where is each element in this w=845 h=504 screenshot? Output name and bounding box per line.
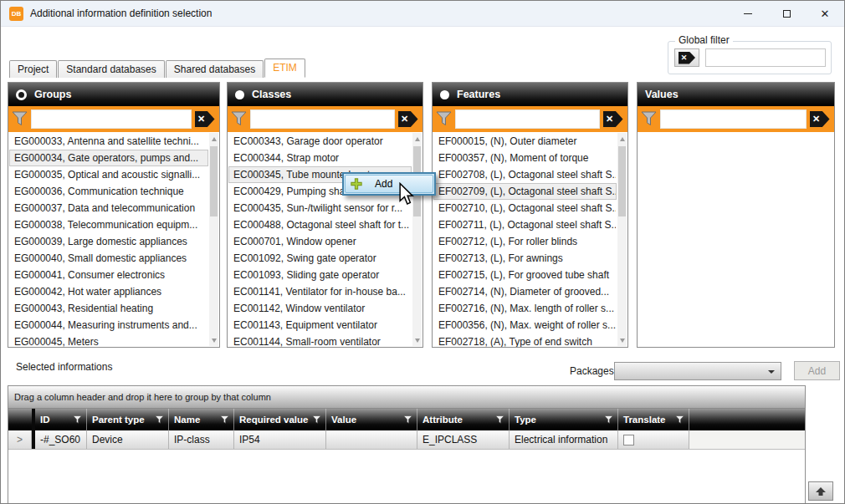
list-item[interactable]: EC001143, Equipment ventilator	[228, 317, 412, 333]
values-filter-input[interactable]	[660, 109, 807, 129]
scrollbar-thumb[interactable]	[618, 146, 626, 216]
column-filter-icon[interactable]	[403, 415, 412, 424]
list-item[interactable]: EG000036, Communication technique	[9, 183, 208, 200]
list-item[interactable]: EG000038, Telecommunication equipm...	[9, 216, 208, 233]
column-filter-icon[interactable]	[604, 415, 613, 424]
list-item[interactable]: EC000344, Strap motor	[228, 150, 412, 166]
features-filter-clear-button[interactable]: ✕	[602, 110, 624, 128]
minimize-button[interactable]	[729, 1, 767, 27]
cell-parent-type[interactable]: Device	[87, 430, 169, 449]
list-item[interactable]: EF002709, (L), Octagonal steel shaft S..…	[433, 183, 617, 200]
grid-group-by-bar[interactable]: Drag a column header and drop it here to…	[8, 386, 805, 409]
column-header-value[interactable]: Value	[326, 409, 417, 430]
column-header-type[interactable]: Type	[510, 409, 618, 430]
list-item[interactable]: EC000701, Window opener	[228, 233, 412, 250]
list-item[interactable]: EF002715, (L), For grooved tube shaft	[433, 267, 617, 283]
packages-combobox[interactable]	[614, 362, 781, 380]
column-header-translate[interactable]: Translate	[618, 409, 689, 430]
groups-scrollbar[interactable]	[209, 133, 218, 346]
scroll-up-icon[interactable]	[412, 133, 422, 145]
scroll-down-icon[interactable]	[617, 334, 627, 346]
list-item[interactable]: EG000037, Data and telecommunication	[9, 200, 208, 216]
cell-attribute[interactable]: E_IPCLASS	[417, 430, 510, 449]
groups-filter-input[interactable]	[31, 109, 192, 129]
list-item[interactable]: EC001142, Window ventilator	[228, 300, 412, 317]
list-item[interactable]: EG000042, Hot water appliances	[9, 283, 208, 300]
radio-unchecked-icon[interactable]	[16, 89, 27, 100]
list-item[interactable]: EC001141, Ventilator for in-house ba...	[228, 283, 412, 300]
groups-panel-header[interactable]: Groups	[8, 83, 219, 106]
list-item[interactable]: EG000040, Small domestic appliances	[9, 250, 208, 267]
list-item[interactable]: EG000034, Gate operators, pumps and...	[9, 150, 208, 166]
features-panel-header[interactable]: Features	[433, 83, 627, 106]
scrollbar-thumb[interactable]	[210, 146, 218, 216]
list-item[interactable]: EC001144, Small-room ventilator	[228, 333, 412, 347]
features-filter-input[interactable]	[455, 109, 600, 129]
list-item[interactable]: EG000044, Measuring instruments and...	[9, 317, 208, 333]
list-item[interactable]: EC001093, Sliding gate operator	[228, 267, 412, 283]
column-header-required-value[interactable]: Required value	[234, 409, 326, 430]
scroll-down-icon[interactable]	[412, 334, 422, 346]
classes-filter-clear-button[interactable]: ✕	[397, 110, 419, 128]
tab-shared-databases[interactable]: Shared databases	[166, 60, 264, 78]
column-filter-icon[interactable]	[220, 415, 229, 424]
cell-required-value[interactable]: IP54	[234, 430, 326, 449]
classes-filter-input[interactable]	[250, 109, 395, 129]
list-item[interactable]: EF002716, (N), Max. length of roller s..…	[433, 300, 617, 317]
global-filter-clear-button[interactable]: ✕	[674, 48, 699, 67]
list-item[interactable]: EC001092, Swing gate operator	[228, 250, 412, 267]
column-filter-icon[interactable]	[312, 415, 321, 424]
scroll-up-icon[interactable]	[209, 133, 218, 145]
packages-add-button[interactable]: Add	[794, 361, 840, 380]
list-item[interactable]: EC000343, Garage door operator	[228, 133, 412, 150]
list-item[interactable]: EF000356, (N), Max. weight of roller s..…	[433, 317, 617, 333]
translate-checkbox[interactable]	[623, 435, 634, 445]
context-menu-add-item[interactable]: Add	[345, 175, 433, 193]
list-item[interactable]: EG000035, Optical and acoustic signalli.…	[9, 166, 208, 183]
list-item[interactable]: EF000357, (N), Moment of torque	[433, 150, 617, 166]
grid-data-row[interactable]: > -#_SO60 Device IP-class IP54 E_IPCLASS…	[8, 430, 805, 450]
list-item[interactable]: EG000043, Residential heating	[9, 300, 208, 317]
features-scrollbar[interactable]	[617, 133, 627, 346]
tab-standard-databases[interactable]: Standard databases	[58, 60, 164, 78]
move-up-button[interactable]	[808, 481, 833, 501]
groups-filter-clear-button[interactable]: ✕	[193, 110, 216, 128]
tab-etim[interactable]: ETIM	[264, 59, 305, 78]
list-item[interactable]: EC000435, Sun-/twilight sensor for r...	[228, 200, 412, 216]
column-filter-icon[interactable]	[495, 415, 504, 424]
list-item[interactable]: EF002713, (L), For awnings	[433, 250, 617, 267]
list-item[interactable]: EF000015, (N), Outer diameter	[433, 133, 617, 150]
list-item[interactable]: EG000041, Consumer electronics	[9, 267, 208, 283]
column-header-parent-type[interactable]: Parent type	[87, 409, 169, 430]
list-item[interactable]: EF002710, (L), Octagonal steel shaft S..…	[433, 200, 617, 216]
list-item[interactable]: EF002718, (A), Type of end switch	[433, 333, 617, 347]
list-item[interactable]: EG000033, Antenna and satellite techni..…	[9, 133, 208, 150]
radio-checked-icon[interactable]	[235, 90, 244, 99]
maximize-button[interactable]	[767, 1, 806, 27]
list-item[interactable]: EF002711, (L), Octagonal steel shaft S..…	[433, 216, 617, 233]
column-filter-icon[interactable]	[73, 415, 82, 424]
classes-panel-header[interactable]: Classes	[228, 83, 422, 106]
classes-scrollbar[interactable]	[412, 133, 422, 346]
values-panel-header[interactable]: Values	[638, 83, 834, 106]
values-filter-clear-button[interactable]: ✕	[808, 110, 831, 128]
list-item[interactable]: EF002708, (L), Octagonal steel shaft S..…	[433, 166, 617, 183]
close-button[interactable]: ✕	[806, 1, 844, 27]
list-item[interactable]: EC000488, Octagonal steel shaft for t...	[228, 216, 412, 233]
column-filter-icon[interactable]	[155, 415, 164, 424]
cell-type[interactable]: Electrical information	[510, 430, 618, 449]
cell-name[interactable]: IP-class	[169, 430, 234, 449]
cell-id[interactable]: -#_SO60	[35, 430, 87, 449]
column-header-name[interactable]: Name	[169, 409, 234, 430]
column-header-id[interactable]: ID	[35, 409, 87, 430]
cell-value[interactable]	[326, 430, 417, 449]
tab-project[interactable]: Project	[9, 60, 57, 78]
list-item[interactable]: EG000039, Large domestic appliances	[9, 233, 208, 250]
scroll-up-icon[interactable]	[617, 133, 627, 145]
list-item[interactable]: EF002714, (N), Diameter of grooved...	[433, 283, 617, 300]
scroll-down-icon[interactable]	[209, 334, 218, 346]
list-item[interactable]: EG000045, Meters	[9, 333, 208, 347]
column-header-attribute[interactable]: Attribute	[417, 409, 510, 430]
global-filter-input[interactable]	[705, 48, 826, 67]
list-item[interactable]: EF002712, (L), For roller blinds	[433, 233, 617, 250]
